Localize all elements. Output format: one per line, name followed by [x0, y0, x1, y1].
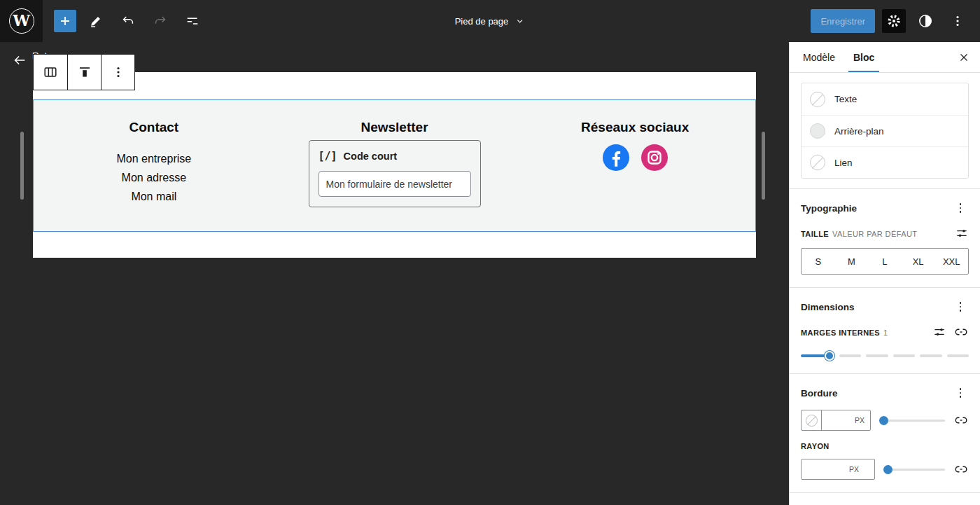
size-settings-icon[interactable] [955, 226, 969, 240]
unit-px-label: PX [849, 465, 864, 473]
columns-icon [42, 64, 59, 81]
undo-button[interactable] [115, 8, 141, 34]
dimensions-title: Dimensions [801, 302, 855, 312]
border-radius-control: PX [801, 459, 875, 480]
border-radius-input[interactable] [802, 459, 849, 479]
footer-column-contact: Contact Mon entreprise Mon adresse Mon m… [34, 100, 274, 231]
typography-panel: Typographie TAILLEVALEUR PAR DÉFAUT S M … [790, 189, 980, 287]
list-view-button[interactable] [180, 8, 205, 34]
canvas-resize-handle-right[interactable] [762, 132, 765, 200]
unlink-icon[interactable] [953, 413, 969, 427]
align-top-icon [76, 64, 93, 81]
padding-settings-icon[interactable] [932, 325, 946, 339]
arrow-left-icon [12, 53, 27, 68]
font-size-option-l[interactable]: L [868, 249, 902, 274]
border-radius-row: PX [801, 459, 969, 480]
block-inserter-button[interactable] [54, 10, 76, 32]
slider-handle[interactable] [883, 465, 892, 474]
font-size-segmented-control: S M L XL XXL [801, 248, 969, 275]
column-heading: Contact [34, 120, 274, 135]
typography-title: Typographie [801, 203, 857, 214]
block-options-button[interactable] [101, 55, 134, 90]
border-color-button[interactable] [802, 410, 822, 430]
back-button[interactable] [11, 52, 28, 69]
border-width-row: PX [801, 410, 969, 431]
facebook-icon[interactable] [603, 144, 629, 171]
color-row-label: Texte [834, 94, 857, 104]
chevron-down-icon [514, 15, 525, 27]
unlink-icon[interactable] [953, 325, 969, 339]
advanced-panel-toggle[interactable]: Avancé [790, 492, 980, 505]
footer-column-social: Réseaux sociaux [514, 100, 755, 231]
footer-link[interactable]: Mon entreprise [34, 149, 274, 168]
selected-footer-group-block[interactable]: Contact Mon entreprise Mon adresse Mon m… [33, 99, 756, 232]
pencil-icon [88, 13, 104, 29]
border-radius-slider[interactable] [883, 464, 945, 474]
close-sidebar-button[interactable] [953, 47, 974, 68]
no-color-swatch-icon [806, 415, 818, 427]
tab-template[interactable]: Modèle [794, 42, 844, 72]
kebab-menu-icon [110, 64, 127, 81]
shortcode-block[interactable]: [/] Code court [309, 140, 481, 207]
dimensions-panel: Dimensions MARGES INTERNES1 [790, 288, 980, 373]
border-width-input[interactable] [822, 410, 855, 430]
border-options-button[interactable] [952, 385, 969, 401]
list-view-icon [185, 13, 200, 29]
slider-handle[interactable] [879, 416, 888, 425]
font-size-option-m[interactable]: M [835, 249, 869, 274]
close-icon [958, 51, 970, 64]
canvas-resize-handle-left[interactable] [20, 132, 24, 200]
border-title: Bordure [801, 388, 838, 399]
no-color-swatch-icon [810, 155, 825, 170]
size-default-value: VALEUR PAR DÉFAUT [832, 230, 917, 238]
settings-sidebar: Modèle Bloc Texte Arrière-plan Lien Typo… [789, 42, 980, 505]
color-row-label: Arrière-plan [834, 126, 884, 137]
document-switcher[interactable]: Pied de page [455, 0, 526, 42]
plus-icon [58, 14, 72, 28]
tab-block[interactable]: Bloc [844, 42, 883, 72]
background-color-swatch [810, 123, 825, 139]
footer-link[interactable]: Mon mail [34, 187, 274, 206]
footer-column-newsletter: Newsletter [/] Code court [274, 100, 515, 231]
dimensions-options-button[interactable] [952, 298, 969, 315]
shortcode-input[interactable] [318, 171, 471, 197]
instagram-icon[interactable] [641, 144, 668, 171]
styles-half-circle-icon [917, 13, 934, 29]
redo-button[interactable] [148, 8, 173, 34]
column-heading: Newsletter [274, 120, 515, 135]
border-panel: Bordure PX RAYON PX [790, 374, 980, 492]
wordpress-icon: W [9, 8, 34, 34]
slider-handle[interactable] [825, 351, 834, 361]
padding-value: 1 [883, 328, 888, 337]
shortcode-icon: [/] [318, 150, 337, 162]
color-row-link[interactable]: Lien [802, 146, 968, 178]
vertical-align-button[interactable] [67, 55, 101, 90]
block-toolbar [33, 54, 135, 90]
footer-link[interactable]: Mon adresse [34, 168, 274, 187]
column-heading: Réseaux sociaux [514, 120, 755, 135]
padding-step-slider[interactable] [801, 351, 969, 361]
styles-button[interactable] [913, 8, 938, 34]
redo-icon [153, 13, 168, 29]
font-size-option-xxl[interactable]: XXL [934, 249, 968, 274]
save-button[interactable]: Enregistrer [811, 9, 875, 33]
size-label: TAILLE [801, 230, 829, 238]
columns-block-type-button[interactable] [34, 55, 67, 90]
options-menu-button[interactable] [945, 8, 970, 34]
typography-options-button[interactable] [952, 200, 969, 216]
shortcode-block-title: Code court [344, 151, 398, 162]
settings-toggle-button[interactable] [882, 9, 906, 33]
tools-button[interactable] [83, 8, 108, 34]
undo-icon [120, 13, 136, 29]
color-row-text[interactable]: Texte [802, 83, 968, 115]
border-width-slider[interactable] [879, 415, 945, 425]
font-size-option-xl[interactable]: XL [902, 249, 935, 274]
slider-fill [801, 354, 827, 357]
border-width-control: PX [801, 410, 871, 431]
font-size-option-s[interactable]: S [802, 249, 835, 274]
color-row-background[interactable]: Arrière-plan [802, 115, 968, 146]
sidebar-tabs: Modèle Bloc [790, 42, 980, 73]
wordpress-logo-button[interactable]: W [0, 0, 43, 42]
editor-top-bar: W Pied de page Enregistrer [0, 0, 980, 42]
unlink-icon[interactable] [953, 462, 969, 476]
